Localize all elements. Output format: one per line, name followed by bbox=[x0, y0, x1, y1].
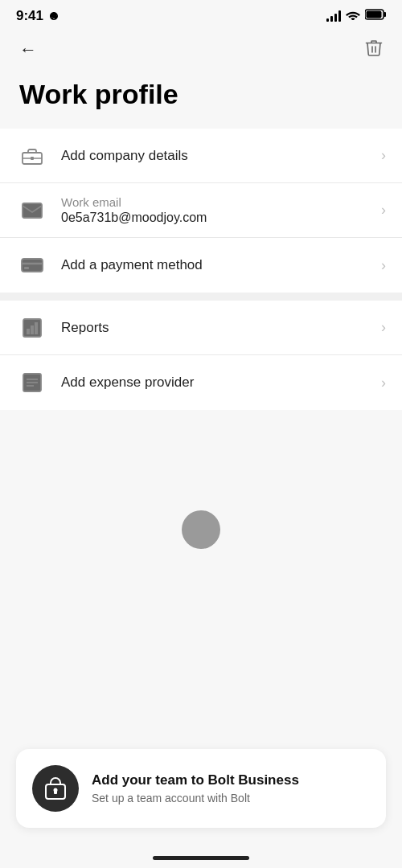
menu-list-section-1: Add company details › Work email 0e5a731… bbox=[0, 129, 402, 293]
svg-rect-2 bbox=[367, 11, 382, 18]
menu-text-reports: Reports bbox=[61, 320, 375, 336]
menu-text-payment: Add a payment method bbox=[61, 257, 375, 273]
svg-rect-1 bbox=[384, 12, 387, 17]
list-icon bbox=[16, 366, 48, 399]
bolt-business-icon bbox=[32, 765, 79, 812]
chevron-right-icon: › bbox=[381, 375, 386, 391]
svg-rect-13 bbox=[27, 329, 30, 334]
card-text: Add your team to Bolt Business Set up a … bbox=[92, 772, 299, 805]
chevron-right-icon: › bbox=[381, 257, 386, 274]
status-time: 9:41 bbox=[16, 8, 59, 24]
svg-rect-7 bbox=[31, 157, 34, 160]
wifi-icon bbox=[346, 9, 360, 23]
svg-rect-15 bbox=[35, 322, 38, 334]
menu-item-payment-method[interactable]: Add a payment method › bbox=[0, 238, 402, 293]
menu-item-work-email[interactable]: Work email 0e5a731b@moodjoy.com › bbox=[0, 183, 402, 238]
chevron-right-icon: › bbox=[381, 319, 386, 336]
scroll-indicator[interactable] bbox=[182, 510, 220, 549]
svg-rect-11 bbox=[24, 267, 29, 269]
card-title: Add your team to Bolt Business bbox=[92, 772, 299, 788]
nav-bar: ← bbox=[0, 29, 402, 73]
chevron-right-icon: › bbox=[381, 147, 386, 164]
menu-text-work-email: Work email 0e5a731b@moodjoy.com bbox=[61, 195, 375, 225]
page-title-section: Work profile bbox=[0, 73, 402, 129]
card-subtitle: Set up a team account with Bolt bbox=[92, 792, 299, 805]
signal-icon bbox=[326, 10, 341, 22]
menu-list-section-2: Reports › Add expense provider › bbox=[0, 301, 402, 410]
back-button[interactable]: ← bbox=[16, 36, 40, 63]
bottom-card-bolt-business[interactable]: Add your team to Bolt Business Set up a … bbox=[16, 749, 386, 828]
status-icons bbox=[326, 9, 386, 23]
svg-rect-9 bbox=[22, 259, 43, 272]
envelope-icon bbox=[16, 194, 48, 227]
menu-text-expense-provider: Add expense provider bbox=[61, 375, 375, 391]
home-indicator bbox=[153, 856, 249, 860]
svg-point-22 bbox=[54, 788, 58, 792]
chart-icon bbox=[16, 312, 48, 344]
briefcase-icon bbox=[16, 140, 48, 172]
status-bar: 9:41 bbox=[0, 0, 402, 29]
svg-rect-14 bbox=[31, 326, 34, 334]
page-title: Work profile bbox=[19, 80, 383, 109]
battery-icon bbox=[365, 9, 386, 23]
menu-item-company-details[interactable]: Add company details › bbox=[0, 129, 402, 183]
menu-item-reports[interactable]: Reports › bbox=[0, 301, 402, 355]
card-icon bbox=[16, 249, 48, 281]
menu-text-company-details: Add company details bbox=[61, 148, 375, 164]
chevron-right-icon: › bbox=[381, 202, 386, 219]
delete-button[interactable] bbox=[362, 35, 386, 63]
section-divider bbox=[0, 293, 402, 301]
menu-item-expense-provider[interactable]: Add expense provider › bbox=[0, 355, 402, 410]
